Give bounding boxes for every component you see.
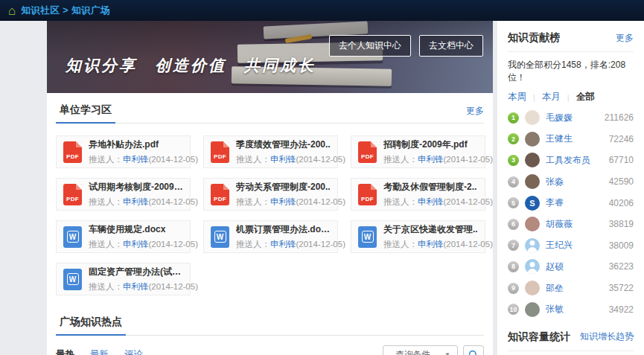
doc-meta: 推送人：申利锋(2014-12-05) bbox=[89, 154, 183, 165]
avatar-logo: S bbox=[525, 196, 540, 211]
doc-meta: 推送人：申利锋(2014-12-05) bbox=[236, 239, 331, 250]
contribution-more-link[interactable]: 更多 bbox=[616, 32, 634, 45]
doc-card-body: 招聘制度-2009年.pdf 推送人：申利锋(2014-12-05) bbox=[383, 138, 478, 165]
doc-card[interactable]: PDF 试用期考核制度-2009年.. 推送人：申利锋(2014-12-05) bbox=[56, 178, 191, 211]
tab-separator: | bbox=[533, 93, 535, 102]
learning-more-link[interactable]: 更多 bbox=[466, 105, 484, 123]
ranking-row: 8 赵硕 36223 bbox=[508, 256, 634, 278]
user-link[interactable]: 赵硕 bbox=[546, 260, 564, 273]
hero-banner: 知识分享 创造价值 共同成长 去个人知识中心 去文档中心 bbox=[47, 21, 493, 93]
doc-meta: 推送人：申利锋(2014-12-05) bbox=[383, 239, 478, 250]
learning-section-title: 单位学习区 bbox=[56, 103, 115, 124]
person-placeholder-avatar bbox=[525, 238, 540, 253]
user-link[interactable]: 王健生 bbox=[546, 132, 573, 145]
doc-card[interactable]: W 机票订票管理办法.docx 推送人：申利锋(2014-12-05) bbox=[203, 220, 338, 253]
home-icon[interactable]: ⌂ bbox=[8, 4, 16, 17]
user-link[interactable]: 张敏 bbox=[546, 303, 564, 316]
banner-buttons: 去个人知识中心 去文档中心 bbox=[329, 35, 483, 57]
doc-title: 试用期考核制度-2009年.. bbox=[89, 181, 183, 194]
doc-card[interactable]: PDF 招聘制度-2009年.pdf 推送人：申利锋(2014-12-05) bbox=[351, 135, 485, 168]
doc-card-body: 车辆使用规定.docx 推送人：申利锋(2014-12-05) bbox=[89, 223, 183, 250]
pdf-file-icon: PDF bbox=[358, 141, 377, 163]
hotspot-section-title: 广场知识热点 bbox=[56, 316, 126, 336]
capacity-header: 知识容量统计 知识增长趋势 bbox=[508, 327, 634, 351]
doc-card[interactable]: W 关于京区快递收发管理.. 推送人：申利锋(2014-12-05) bbox=[351, 220, 485, 253]
pusher-link[interactable]: 申利锋 bbox=[123, 197, 149, 206]
contribution-title: 知识贡献榜 bbox=[508, 31, 560, 45]
ranking-row: 9 邵垒 35722 bbox=[508, 278, 634, 299]
pushed-by-label: 推送人： bbox=[89, 197, 123, 206]
pusher-link[interactable]: 申利锋 bbox=[418, 155, 444, 164]
query-filter-value: --查询条件-- bbox=[390, 349, 436, 355]
word-file-icon: W bbox=[211, 226, 229, 248]
tab-separator: | bbox=[567, 93, 570, 102]
pushed-by-label: 推送人： bbox=[383, 240, 418, 249]
doc-card[interactable]: PDF 异地补贴办法.pdf 推送人：申利锋(2014-12-05) bbox=[56, 135, 191, 168]
rank-badge: 3 bbox=[508, 155, 519, 166]
ranking-row: 5 S 李睿 40206 bbox=[508, 192, 634, 214]
search-button[interactable] bbox=[463, 345, 484, 355]
word-file-icon: W bbox=[63, 269, 82, 290]
user-link[interactable]: 邵垒 bbox=[546, 282, 564, 295]
tab-this-week[interactable]: 本周 bbox=[508, 91, 526, 103]
personal-knowledge-center-button[interactable]: 去个人知识中心 bbox=[329, 35, 411, 57]
tab-comments[interactable]: 评论 bbox=[124, 348, 143, 355]
pusher-link[interactable]: 申利锋 bbox=[270, 155, 296, 164]
doc-meta: 推送人：申利锋(2014-12-05) bbox=[383, 154, 478, 165]
pusher-link[interactable]: 申利锋 bbox=[270, 240, 296, 249]
ranking-row: 10 张敏 34922 bbox=[508, 298, 634, 320]
ranking-row: 3 工具发布员 67710 bbox=[508, 150, 634, 171]
rank-badge: 10 bbox=[508, 304, 519, 315]
pdf-file-icon: PDF bbox=[211, 141, 229, 163]
doc-meta: 推送人：申利锋(2014-12-05) bbox=[89, 196, 183, 208]
user-score: 72246 bbox=[609, 134, 634, 144]
doc-title: 异地补贴办法.pdf bbox=[89, 138, 183, 151]
pusher-link[interactable]: 申利锋 bbox=[418, 240, 444, 249]
query-filter-select[interactable]: --查询条件-- ▼ bbox=[383, 345, 458, 355]
user-link[interactable]: 王纪兴 bbox=[546, 239, 573, 252]
word-file-icon: W bbox=[358, 226, 377, 248]
document-center-button[interactable]: 去文档中心 bbox=[419, 35, 483, 57]
ranking-row: 4 张淼 42590 bbox=[508, 171, 634, 193]
user-link[interactable]: 张淼 bbox=[546, 176, 564, 188]
doc-card[interactable]: PDF 劳动关系管理制度-200.. 推送人：申利锋(2014-12-05) bbox=[203, 178, 338, 211]
user-score: 34922 bbox=[609, 304, 634, 315]
pusher-link[interactable]: 申利锋 bbox=[123, 282, 149, 291]
breadcrumb[interactable]: 知识社区 > 知识广场 bbox=[21, 4, 110, 17]
doc-card[interactable]: PDF 季度绩效管理办法-200.. 推送人：申利锋(2014-12-05) bbox=[203, 135, 338, 168]
doc-card-body: 机票订票管理办法.docx 推送人：申利锋(2014-12-05) bbox=[236, 223, 331, 250]
user-link[interactable]: 毛媛媛 bbox=[546, 112, 573, 124]
doc-title: 关于京区快递收发管理.. bbox=[383, 223, 478, 236]
doc-card[interactable]: PDF 考勤及休假管理制度-2.. 推送人：申利锋(2014-12-05) bbox=[351, 178, 485, 211]
doc-card-body: 固定资产管理办法(试行.. 推送人：申利锋(2014-12-05) bbox=[89, 266, 183, 292]
doc-card-body: 异地补贴办法.pdf 推送人：申利锋(2014-12-05) bbox=[89, 138, 183, 165]
user-link[interactable]: 胡薇薇 bbox=[546, 218, 573, 231]
avatar bbox=[525, 110, 540, 125]
pusher-link[interactable]: 申利锋 bbox=[270, 197, 296, 206]
tab-all[interactable]: 全部 bbox=[576, 91, 595, 103]
pushed-by-label: 推送人： bbox=[89, 155, 123, 164]
user-link[interactable]: 李睿 bbox=[546, 196, 564, 209]
doc-card-body: 季度绩效管理办法-200.. 推送人：申利锋(2014-12-05) bbox=[236, 138, 331, 165]
pushed-by-label: 推送人： bbox=[89, 282, 123, 291]
user-link[interactable]: 工具发布员 bbox=[546, 154, 590, 167]
user-score: 67710 bbox=[609, 155, 634, 165]
doc-card-body: 关于京区快递收发管理.. 推送人：申利锋(2014-12-05) bbox=[383, 223, 478, 250]
user-score: 40206 bbox=[609, 198, 634, 208]
ranking-row: 7 王纪兴 38009 bbox=[508, 235, 634, 257]
tab-newest[interactable]: 最新 bbox=[90, 348, 109, 355]
rank-badge: 2 bbox=[508, 133, 519, 144]
doc-title: 固定资产管理办法(试行.. bbox=[89, 266, 183, 278]
pusher-link[interactable]: 申利锋 bbox=[123, 240, 149, 249]
user-score: 211626 bbox=[605, 112, 634, 123]
tab-this-month[interactable]: 本月 bbox=[542, 91, 561, 103]
doc-title: 考勤及休假管理制度-2.. bbox=[383, 181, 478, 194]
pusher-link[interactable]: 申利锋 bbox=[418, 197, 444, 206]
push-date: (2014-12-05) bbox=[296, 197, 345, 206]
growth-trend-link[interactable]: 知识增长趋势 bbox=[580, 330, 634, 343]
doc-card-body: 劳动关系管理制度-200.. 推送人：申利锋(2014-12-05) bbox=[236, 181, 331, 208]
pusher-link[interactable]: 申利锋 bbox=[123, 155, 149, 164]
tab-hottest[interactable]: 最热 bbox=[56, 348, 74, 355]
doc-card[interactable]: W 车辆使用规定.docx 推送人：申利锋(2014-12-05) bbox=[56, 220, 191, 253]
doc-card[interactable]: W 固定资产管理办法(试行.. 推送人：申利锋(2014-12-05) bbox=[56, 263, 191, 295]
